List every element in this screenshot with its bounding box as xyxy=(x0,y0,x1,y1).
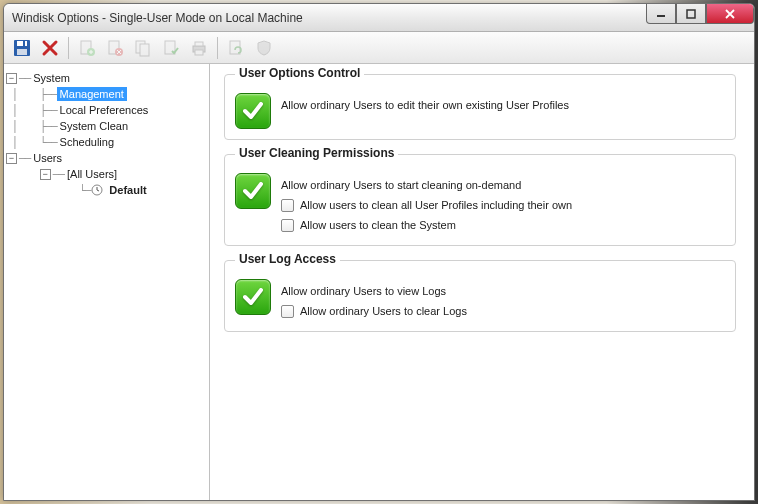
body: −──System │ ├──Management │ ├──Local Pre… xyxy=(4,64,754,500)
close-button[interactable] xyxy=(706,4,754,24)
opt-clear-logs-label: Allow ordinary Users to clear Logs xyxy=(300,305,467,317)
toggle-view-logs[interactable] xyxy=(235,279,271,315)
tree-scheduling[interactable]: Scheduling xyxy=(57,135,117,149)
page-plus-icon xyxy=(78,39,96,57)
shield-button[interactable] xyxy=(252,36,276,60)
svg-rect-3 xyxy=(17,41,27,46)
group-user-options-control: User Options Control Allow ordinary User… xyxy=(224,74,736,140)
maximize-button[interactable] xyxy=(676,4,706,24)
options-window: Windisk Options - Single-User Mode on Lo… xyxy=(3,3,755,501)
group-log-access: User Log Access Allow ordinary Users to … xyxy=(224,260,736,332)
window-controls xyxy=(646,4,754,24)
opt-clean-all-profiles-label: Allow users to clean all User Profiles i… xyxy=(300,199,572,211)
content-panel: User Options Control Allow ordinary User… xyxy=(210,64,754,500)
svg-rect-14 xyxy=(195,42,203,46)
page-copy-icon xyxy=(134,39,152,57)
toggle-edit-profiles[interactable] xyxy=(235,93,271,129)
page-check-icon xyxy=(162,39,180,57)
svg-rect-5 xyxy=(23,41,25,46)
toggle-clean-ondemand[interactable] xyxy=(235,173,271,209)
tree-all-users[interactable]: [All Users] xyxy=(64,167,120,181)
toolbar-separator xyxy=(217,37,218,59)
svg-rect-1 xyxy=(687,10,695,18)
tree-management[interactable]: Management xyxy=(57,87,127,101)
copy-page-button[interactable] xyxy=(131,36,155,60)
opt-view-logs-label: Allow ordinary Users to view Logs xyxy=(281,285,446,297)
group-title: User Options Control xyxy=(235,66,364,80)
printer-icon xyxy=(190,39,208,57)
x-icon xyxy=(40,38,60,58)
opt-edit-profiles-label: Allow ordinary Users to edit their own e… xyxy=(281,99,569,111)
tree-collapse-all-users[interactable]: − xyxy=(40,169,51,180)
print-button[interactable] xyxy=(187,36,211,60)
clock-icon xyxy=(90,183,104,197)
toolbar-separator xyxy=(68,37,69,59)
checkmark-icon xyxy=(240,284,266,310)
tree-collapse-system[interactable]: − xyxy=(6,73,17,84)
tree-users[interactable]: Users xyxy=(30,151,65,165)
tree-local-preferences[interactable]: Local Preferences xyxy=(57,103,152,117)
toolbar xyxy=(4,32,754,64)
checkmark-icon xyxy=(240,98,266,124)
opt-clean-system-label: Allow users to clean the System xyxy=(300,219,456,231)
checkbox-clean-all-profiles[interactable] xyxy=(281,199,294,212)
shield-icon xyxy=(255,39,273,57)
floppy-icon xyxy=(12,38,32,58)
tree-system-clean[interactable]: System Clean xyxy=(57,119,131,133)
group-cleaning-permissions: User Cleaning Permissions Allow ordinary… xyxy=(224,154,736,246)
refresh-icon xyxy=(227,39,245,57)
nav-tree[interactable]: −──System │ ├──Management │ ├──Local Pre… xyxy=(4,64,210,500)
tree-system[interactable]: System xyxy=(30,71,73,85)
svg-rect-4 xyxy=(17,49,27,55)
group-title: User Log Access xyxy=(235,252,340,266)
tree-default[interactable]: Default xyxy=(106,183,149,197)
opt-clean-ondemand-label: Allow ordinary Users to start cleaning o… xyxy=(281,179,521,191)
tree-collapse-users[interactable]: − xyxy=(6,153,17,164)
svg-rect-15 xyxy=(195,50,203,55)
checkbox-clean-system[interactable] xyxy=(281,219,294,232)
delete-button[interactable] xyxy=(38,36,62,60)
remove-page-button[interactable] xyxy=(103,36,127,60)
svg-rect-11 xyxy=(140,44,149,56)
save-button[interactable] xyxy=(10,36,34,60)
checkbox-clear-logs[interactable] xyxy=(281,305,294,318)
page-ok-button[interactable] xyxy=(159,36,183,60)
window-title: Windisk Options - Single-User Mode on Lo… xyxy=(12,11,303,25)
svg-rect-0 xyxy=(657,15,665,17)
refresh-button[interactable] xyxy=(224,36,248,60)
titlebar[interactable]: Windisk Options - Single-User Mode on Lo… xyxy=(4,4,754,32)
minimize-button[interactable] xyxy=(646,4,676,24)
group-title: User Cleaning Permissions xyxy=(235,146,398,160)
page-x-icon xyxy=(106,39,124,57)
add-page-button[interactable] xyxy=(75,36,99,60)
checkmark-icon xyxy=(240,178,266,204)
